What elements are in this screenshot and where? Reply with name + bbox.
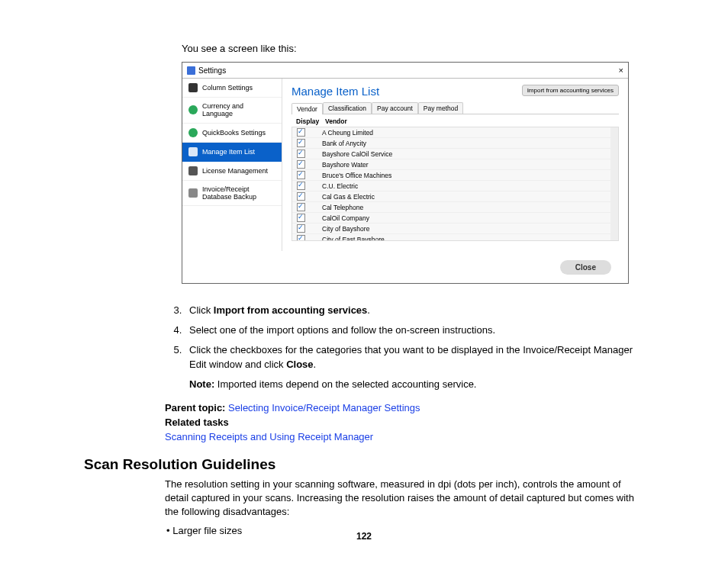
- columns-icon: [188, 83, 198, 92]
- sidebar-item-license[interactable]: License Management: [182, 162, 282, 181]
- sidebar-item-label: Manage Item List: [202, 148, 255, 156]
- app-icon: [187, 66, 195, 75]
- table-row[interactable]: City of Bayshore: [292, 224, 618, 234]
- dialog-title: Settings: [198, 66, 619, 75]
- tab-pay-method[interactable]: Pay method: [418, 102, 463, 114]
- list-icon: [188, 147, 198, 156]
- vendor-table: A Cheung Limited Bank of Anycity Bayshor…: [292, 127, 619, 241]
- table-row[interactable]: Bayshore Water: [292, 159, 618, 170]
- checkbox[interactable]: [297, 160, 305, 169]
- globe-icon: [188, 105, 198, 114]
- tab-classification[interactable]: Classification: [323, 102, 372, 114]
- table-row[interactable]: Bruce's Office Machines: [292, 170, 618, 181]
- settings-dialog-screenshot: Settings × Column Settings Currency and …: [182, 62, 629, 284]
- dialog-titlebar: Settings ×: [182, 63, 628, 79]
- vendor-name: City of East Bayshore: [322, 236, 385, 242]
- table-row[interactable]: Cal Gas & Electric: [292, 191, 618, 202]
- instruction-steps: Click Import from accounting services. S…: [165, 304, 644, 391]
- import-from-accounting-button[interactable]: Import from accounting services: [522, 85, 619, 96]
- table-row[interactable]: Cal Telephone: [292, 202, 618, 213]
- vendor-name: Bruce's Office Machines: [322, 172, 391, 179]
- column-display: Display: [296, 117, 325, 125]
- checkbox[interactable]: [297, 224, 305, 233]
- checkbox[interactable]: [297, 203, 305, 211]
- section-heading: Scan Resolution Guidelines: [84, 456, 644, 473]
- section-body-text: The resolution setting in your scanning …: [165, 478, 644, 520]
- tab-vendor[interactable]: Vendor: [292, 103, 323, 114]
- tab-pay-account[interactable]: Pay account: [372, 102, 418, 114]
- step-3: Click Import from accounting services.: [185, 304, 644, 317]
- sidebar-item-label: QuickBooks Settings: [202, 129, 266, 137]
- sidebar-item-label: License Management: [202, 167, 268, 175]
- close-icon[interactable]: ×: [619, 66, 623, 75]
- step-4: Select one of the import options and fol…: [185, 323, 644, 337]
- checkbox[interactable]: [297, 192, 305, 201]
- table-header: Display Vendor: [292, 114, 619, 127]
- related-task-link[interactable]: Scanning Receipts and Using Receipt Mana…: [165, 431, 373, 442]
- table-row[interactable]: C.U. Electric: [292, 181, 618, 191]
- vendor-name: Bayshore Water: [322, 161, 369, 169]
- step-5: Click the checkboxes for the categories …: [185, 343, 644, 391]
- step-5-note: Note: Imported items depend on the selec…: [189, 378, 644, 391]
- sidebar-item-label: Column Settings: [202, 84, 253, 92]
- checkbox[interactable]: [297, 150, 305, 158]
- vendor-name: Bank of Anycity: [322, 140, 366, 147]
- vendor-name: C.U. Electric: [322, 182, 358, 190]
- key-icon: [188, 166, 198, 175]
- sidebar-item-db-backup[interactable]: Invoice/Receipt Database Backup: [182, 181, 282, 207]
- quickbooks-icon: [188, 128, 198, 137]
- vendor-name: City of Bayshore: [322, 225, 369, 233]
- intro-text: You see a screen like this:: [182, 43, 644, 54]
- parent-topic-link[interactable]: Selecting Invoice/Receipt Manager Settin…: [228, 402, 420, 413]
- checkbox[interactable]: [297, 128, 305, 137]
- vendor-name: CalOil Company: [322, 214, 369, 222]
- tabs: Vendor Classification Pay account Pay me…: [292, 102, 619, 114]
- sidebar-item-quickbooks[interactable]: QuickBooks Settings: [182, 124, 282, 143]
- close-button[interactable]: Close: [560, 260, 611, 275]
- table-row[interactable]: A Cheung Limited: [292, 127, 618, 138]
- vendor-name: Cal Telephone: [322, 204, 363, 211]
- vendor-name: A Cheung Limited: [322, 129, 373, 137]
- checkbox[interactable]: [297, 214, 305, 222]
- sidebar-item-label: Currency and Language: [202, 102, 275, 118]
- page-number: 122: [0, 531, 728, 542]
- table-row[interactable]: Bank of Anycity: [292, 138, 618, 149]
- checkbox[interactable]: [297, 182, 305, 190]
- sidebar-item-currency-language[interactable]: Currency and Language: [182, 98, 282, 124]
- column-vendor: Vendor: [325, 117, 347, 125]
- sidebar-item-column-settings[interactable]: Column Settings: [182, 79, 282, 98]
- sidebar-item-label: Invoice/Receipt Database Backup: [202, 185, 275, 201]
- table-row[interactable]: City of East Bayshore: [292, 234, 618, 241]
- sidebar-item-manage-item-list[interactable]: Manage Item List: [182, 143, 282, 162]
- table-row[interactable]: Bayshore CalOil Service: [292, 149, 618, 159]
- database-icon: [188, 188, 198, 198]
- scrollbar[interactable]: [610, 127, 618, 240]
- related-tasks-label: Related tasks: [165, 417, 229, 428]
- settings-sidebar: Column Settings Currency and Language Qu…: [182, 79, 282, 251]
- checkbox[interactable]: [297, 139, 305, 147]
- table-row[interactable]: CalOil Company: [292, 213, 618, 224]
- vendor-name: Cal Gas & Electric: [322, 193, 375, 201]
- checkbox[interactable]: [297, 171, 305, 179]
- parent-topic-line: Parent topic: Selecting Invoice/Receipt …: [165, 402, 644, 413]
- checkbox[interactable]: [297, 235, 305, 241]
- vendor-name: Bayshore CalOil Service: [322, 150, 392, 158]
